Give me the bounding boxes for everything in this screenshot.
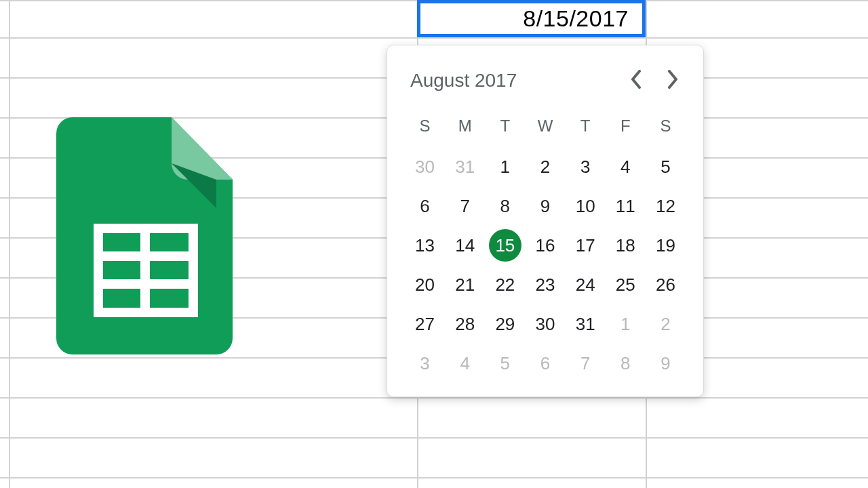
calendar-day[interactable]: 30 — [405, 147, 445, 186]
calendar-week-row: 3456789 — [405, 344, 686, 383]
calendar-day[interactable]: 2 — [525, 147, 565, 186]
calendar-day[interactable]: 28 — [445, 304, 485, 344]
date-picker-header: August 2017 — [410, 67, 682, 94]
calendar-day[interactable]: 6 — [405, 186, 445, 226]
weekday-header: S — [405, 112, 445, 140]
calendar-day[interactable]: 3 — [566, 147, 606, 186]
calendar-day[interactable]: 7 — [445, 186, 485, 226]
calendar-day[interactable]: 11 — [606, 186, 646, 226]
date-picker: August 2017 S M T W T F S 30311234567891… — [387, 45, 704, 397]
calendar-day[interactable]: 29 — [485, 304, 525, 344]
calendar-day[interactable]: 30 — [525, 304, 565, 344]
weekday-header: S — [646, 112, 686, 140]
calendar-day[interactable]: 2 — [646, 304, 686, 344]
weekday-header: T — [566, 112, 606, 140]
calendar-day[interactable]: 24 — [566, 265, 606, 304]
calendar-day[interactable]: 22 — [485, 265, 525, 304]
calendar-day[interactable]: 6 — [525, 344, 565, 383]
calendar-day[interactable]: 19 — [646, 226, 686, 265]
calendar-day[interactable]: 8 — [485, 186, 525, 226]
active-cell-value: 8/15/2017 — [523, 5, 629, 32]
calendar-day[interactable]: 1 — [606, 304, 646, 344]
calendar-day[interactable]: 5 — [646, 147, 686, 186]
calendar-week-row: 20212223242526 — [405, 265, 686, 304]
calendar-week-row: 13141516171819 — [405, 226, 686, 265]
calendar-day[interactable]: 3 — [405, 344, 445, 383]
calendar-day[interactable]: 5 — [485, 344, 525, 383]
weekday-header: F — [606, 112, 646, 140]
weekday-header: T — [485, 112, 525, 140]
calendar-day[interactable]: 15 — [485, 226, 525, 265]
month-year-label: August 2017 — [410, 70, 517, 92]
weekday-header: W — [525, 112, 565, 140]
calendar-day[interactable]: 1 — [485, 147, 525, 186]
calendar-day[interactable]: 12 — [646, 186, 686, 226]
weekday-header-row: S M T W T F S — [405, 112, 686, 140]
calendar-week-row: 272829303112 — [405, 304, 686, 344]
calendar-day[interactable]: 16 — [525, 226, 565, 265]
calendar-day[interactable]: 27 — [405, 304, 445, 344]
calendar-day[interactable]: 9 — [525, 186, 565, 226]
calendar-day[interactable]: 8 — [606, 344, 646, 383]
calendar-day[interactable]: 10 — [566, 186, 606, 226]
calendar-grid: 3031123456789101112131415161718192021222… — [405, 147, 686, 383]
calendar-day[interactable]: 4 — [606, 147, 646, 186]
calendar-day[interactable]: 25 — [606, 265, 646, 304]
calendar-day[interactable]: 31 — [445, 147, 485, 186]
calendar-day[interactable]: 31 — [566, 304, 606, 344]
next-month-button[interactable] — [664, 67, 682, 94]
calendar-day[interactable]: 20 — [405, 265, 445, 304]
calendar-day[interactable]: 14 — [445, 226, 485, 265]
prev-month-button[interactable] — [627, 67, 645, 94]
calendar-day[interactable]: 21 — [445, 265, 485, 304]
calendar-day[interactable]: 9 — [646, 344, 686, 383]
weekday-header: M — [445, 112, 485, 140]
calendar-day[interactable]: 23 — [525, 265, 565, 304]
calendar-day[interactable]: 26 — [646, 265, 686, 304]
active-cell[interactable]: 8/15/2017 — [417, 0, 646, 37]
calendar-day[interactable]: 13 — [405, 226, 445, 265]
calendar-day[interactable]: 17 — [566, 226, 606, 265]
calendar-day[interactable]: 7 — [566, 344, 606, 383]
calendar-week-row: 303112345 — [405, 147, 686, 186]
calendar-day[interactable]: 4 — [445, 344, 485, 383]
calendar-day[interactable]: 18 — [606, 226, 646, 265]
google-sheets-icon — [56, 117, 233, 354]
calendar-week-row: 6789101112 — [405, 186, 686, 226]
